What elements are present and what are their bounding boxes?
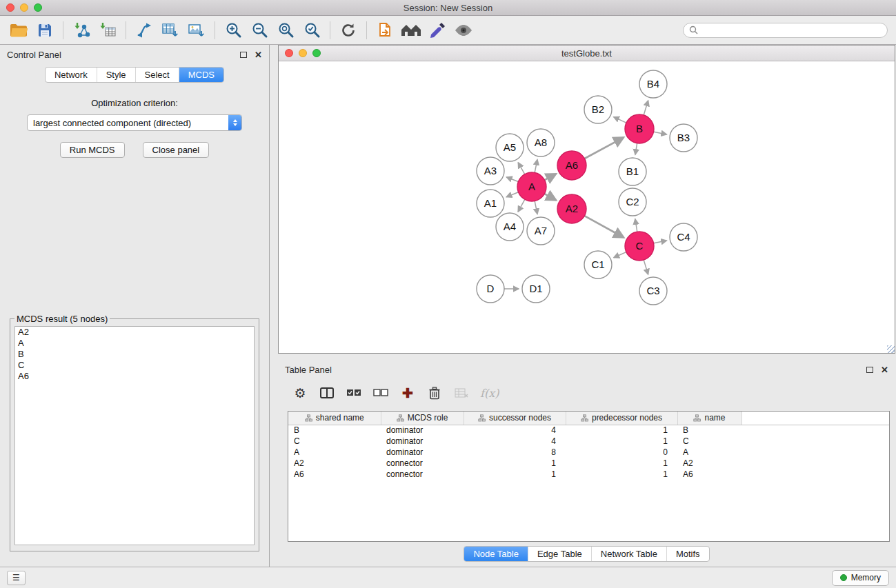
tab-style[interactable]: Style [97, 68, 135, 82]
table-cell[interactable]: 1 [464, 458, 566, 469]
graph-edge-A-A5[interactable] [518, 163, 524, 174]
graph-edge-C-C3[interactable] [644, 260, 648, 274]
zoom-out-button[interactable] [246, 19, 272, 42]
memory-button[interactable]: Memory [832, 570, 889, 586]
table-cell[interactable]: 4 [464, 425, 566, 436]
table-cell[interactable]: B [288, 425, 381, 436]
import-network-from-file-button[interactable] [68, 19, 94, 42]
tab-network[interactable]: Network [46, 68, 97, 82]
zoom-selected-button[interactable] [299, 19, 325, 42]
document-export-button[interactable] [372, 19, 398, 42]
graph-node-A8[interactable]: A8 [527, 129, 555, 156]
optimization-criterion-select[interactable]: largest connected component (directed) [27, 114, 242, 131]
annotation-button[interactable] [424, 19, 450, 42]
mcds-result-list[interactable]: A2ABCA6 [14, 326, 255, 545]
select-all-button[interactable] [346, 384, 362, 402]
graph-node-C2[interactable]: C2 [619, 188, 646, 216]
graph-node-A2[interactable]: A2 [557, 194, 586, 223]
run-mcds-button[interactable]: Run MCDS [60, 142, 125, 158]
float-panel-icon[interactable] [240, 52, 247, 58]
table-cell[interactable]: 1 [566, 425, 677, 436]
graph-edge-B-B3[interactable] [654, 132, 667, 134]
graph-edge-A-A6[interactable] [545, 174, 557, 180]
table-cell[interactable]: A2 [288, 458, 381, 469]
table-cell[interactable]: A2 [677, 458, 741, 469]
show-columns-button[interactable] [319, 384, 335, 402]
graph-node-C3[interactable]: C3 [639, 277, 667, 305]
graph-node-B3[interactable]: B3 [670, 124, 697, 152]
graph-node-B1[interactable]: B1 [619, 158, 646, 185]
graph-edge-B-B2[interactable] [614, 117, 626, 123]
column-header-successor-nodes[interactable]: successor nodes [464, 412, 566, 425]
table-row[interactable]: A6connector11A6 [288, 469, 889, 480]
table-cell[interactable]: C [677, 436, 741, 447]
refresh-button[interactable] [335, 19, 361, 42]
graph-node-A7[interactable]: A7 [527, 217, 555, 245]
graph-edge-B-B1[interactable] [635, 143, 637, 155]
tab-select[interactable]: Select [135, 68, 179, 82]
task-history-button[interactable]: ☰ [7, 571, 26, 585]
close-panel-button[interactable]: Close panel [143, 142, 210, 158]
graph-node-A5[interactable]: A5 [496, 134, 524, 161]
window-resize-handle[interactable] [887, 345, 895, 353]
tab-motifs[interactable]: Motifs [666, 547, 709, 561]
close-panel-icon[interactable]: ✕ [255, 50, 262, 59]
graph-node-A1[interactable]: A1 [477, 190, 504, 217]
table-cell[interactable]: A6 [288, 469, 381, 480]
table-cell[interactable]: dominator [381, 425, 464, 436]
tab-node-table[interactable]: Node Table [464, 547, 528, 561]
graph-node-D[interactable]: D [477, 275, 504, 303]
save-session-button[interactable] [32, 19, 58, 42]
graph-node-B[interactable]: B [625, 114, 654, 143]
delete-column-button[interactable] [426, 384, 443, 402]
graph-edge-A6-B[interactable] [584, 137, 624, 159]
mcds-result-item[interactable]: A2 [15, 327, 254, 338]
add-column-button[interactable]: ✚ [399, 384, 416, 402]
graph-edge-A-A2[interactable] [544, 194, 556, 200]
combo-stepper-icon[interactable] [228, 115, 241, 130]
open-session-button[interactable] [6, 19, 32, 42]
graph-node-A3[interactable]: A3 [477, 157, 504, 185]
close-window-button[interactable] [6, 3, 14, 12]
table-cell[interactable]: 1 [566, 436, 677, 447]
mcds-result-item[interactable]: B [15, 349, 254, 360]
search-input[interactable] [701, 26, 882, 35]
table-cell[interactable]: dominator [381, 447, 464, 458]
zoom-fit-button[interactable] [272, 19, 299, 42]
graph-node-D1[interactable]: D1 [522, 275, 550, 303]
graph-node-A6[interactable]: A6 [557, 151, 586, 180]
zoom-in-button[interactable] [220, 19, 246, 42]
table-cell[interactable]: A6 [677, 469, 741, 480]
mcds-result-item[interactable]: C [15, 360, 254, 371]
graph-node-C[interactable]: C [625, 232, 654, 261]
table-cell[interactable]: 8 [464, 447, 566, 458]
graph-node-C4[interactable]: C4 [670, 223, 697, 251]
float-table-panel-icon[interactable] [866, 367, 873, 373]
table-row[interactable]: Cdominator41C [288, 436, 889, 447]
mcds-result-item[interactable]: A [15, 338, 254, 349]
export-table-button[interactable] [157, 19, 183, 42]
deselect-all-button[interactable] [372, 384, 389, 402]
zoom-window-button[interactable] [34, 3, 42, 12]
mcds-result-item[interactable]: A6 [15, 371, 254, 382]
network-graph[interactable]: B4B2BB3A5A8A6B1A3AC2A1A2A4A7C4CC1C3DD1 [279, 61, 895, 353]
graph-node-B4[interactable]: B4 [639, 70, 667, 98]
graph-node-A[interactable]: A [517, 172, 546, 201]
table-cell[interactable]: 0 [566, 447, 677, 458]
close-table-panel-icon[interactable]: ✕ [881, 365, 888, 374]
graph-edge-A-A1[interactable] [506, 192, 518, 197]
network-close-button[interactable] [285, 49, 293, 57]
table-cell[interactable]: 1 [566, 469, 677, 480]
column-header-predecessor-nodes[interactable]: predecessor nodes [566, 412, 677, 425]
table-cell[interactable]: dominator [381, 436, 464, 447]
network-canvas[interactable]: B4B2BB3A5A8A6B1A3AC2A1A2A4A7C4CC1C3DD1 [279, 61, 895, 353]
table-row[interactable]: A2connector11A2 [288, 458, 889, 469]
column-header-shared-name[interactable]: shared name [288, 412, 381, 425]
table-cell[interactable]: connector [381, 469, 464, 480]
network-transform-button[interactable] [131, 19, 157, 42]
table-cell[interactable]: 4 [464, 436, 566, 447]
table-cell[interactable]: C [288, 436, 381, 447]
graph-edge-C-C1[interactable] [614, 252, 626, 258]
column-header-mcds-role[interactable]: MCDS role [381, 412, 464, 425]
table-cell[interactable]: 1 [566, 458, 677, 469]
